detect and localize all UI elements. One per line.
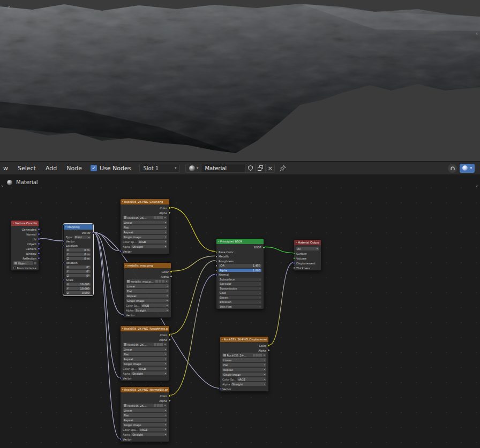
dropdown-linear[interactable]: Linear▾ (123, 347, 167, 351)
row-rock035-2k[interactable]: Rock035_2K-...× (121, 215, 169, 220)
row-rock035-2k[interactable]: Rock035_2K-...× (220, 353, 268, 358)
fake-user-button[interactable] (155, 280, 158, 283)
socket-color[interactable] (168, 333, 171, 336)
sidebar-toggle-icon[interactable]: ‹ (476, 184, 478, 189)
open-image-button[interactable] (259, 354, 262, 356)
unlink-icon[interactable]: × (263, 354, 265, 356)
row-flat[interactable]: Flat▾ (121, 225, 169, 230)
socket-generated[interactable] (38, 228, 40, 231)
viewport-3d[interactable]: z ‹ (0, 0, 480, 161)
row-y[interactable]: Y0° (64, 269, 93, 274)
fake-user-button[interactable] (253, 354, 256, 356)
row-alpha[interactable]: AlphaStraight▾ (121, 432, 169, 437)
unlink-icon[interactable]: × (164, 404, 166, 407)
image-selector[interactable]: Rock035_2K-...× (123, 216, 167, 219)
node-tex_metal[interactable]: ▾metallic_map.pngColorAlphametallic_map.… (123, 262, 171, 318)
new-image-button[interactable] (157, 343, 160, 346)
slot-dropdown[interactable]: Slot 1 ▾ (139, 164, 180, 173)
panel-specular[interactable]: Specular› (219, 282, 261, 286)
menu-select[interactable]: Select (13, 165, 40, 172)
row-single-image[interactable]: Single Image▾ (220, 372, 268, 377)
socket-alpha[interactable] (170, 275, 172, 278)
dropdown-linear[interactable]: Linear▾ (126, 284, 169, 288)
material-browse-button[interactable]: ▾ (185, 164, 201, 173)
object-field[interactable]: Object (13, 261, 33, 265)
dropdown-repeat[interactable]: Repeat▾ (123, 230, 167, 234)
row-color-sp[interactable]: Color Sp...sRGB▾ (220, 377, 268, 382)
node-header[interactable]: ▾Texture Coordinate (11, 221, 39, 226)
socket-rough[interactable] (215, 260, 218, 263)
fake-user-button[interactable] (154, 404, 156, 407)
fake-user-button[interactable] (154, 343, 156, 346)
image-selector[interactable]: Rock035_2K-...× (123, 404, 167, 407)
row-flat[interactable]: Flat▾ (124, 288, 171, 293)
panel-subsurface[interactable]: Subsurface› (219, 278, 261, 282)
row-repeat[interactable]: Repeat▾ (121, 417, 169, 422)
panel-thin-film[interactable]: Thin Film› (219, 305, 261, 309)
dropdown-point[interactable]: Point▾ (74, 236, 91, 239)
unlink-icon[interactable]: × (166, 280, 168, 283)
new-material-button[interactable] (256, 164, 266, 173)
socket-alpha[interactable] (267, 349, 270, 352)
socket-alpha[interactable] (215, 269, 218, 272)
socket-bsdf[interactable] (262, 246, 265, 249)
row-alpha[interactable]: AlphaStraight▾ (220, 382, 268, 386)
row-alpha[interactable]: Alpha1.000 (216, 268, 264, 273)
number-field-x[interactable]: X0 m (66, 248, 91, 252)
dropdown-flat[interactable]: Flat▾ (126, 289, 169, 293)
dropdown-flat[interactable]: Flat▾ (123, 413, 167, 417)
row-coat[interactable]: Coat› (216, 291, 264, 295)
toolbar-toggle-icon[interactable]: › (1, 184, 3, 189)
socket-color[interactable] (168, 394, 171, 397)
socket-vec-out[interactable] (92, 232, 94, 234)
socket-vec[interactable] (219, 388, 222, 390)
socket-color[interactable] (170, 270, 172, 273)
overlays-button[interactable]: ▾ (460, 164, 475, 173)
dropdown-repeat[interactable]: Repeat▾ (123, 418, 167, 422)
dropdown-straight[interactable]: Straight▾ (231, 382, 266, 386)
number-field-z[interactable]: Z0 m (66, 257, 91, 261)
socket-ior[interactable] (215, 264, 218, 267)
collapse-icon[interactable]: ▾ (13, 222, 14, 224)
row-linear[interactable]: Linear▾ (124, 284, 171, 288)
open-image-button[interactable] (160, 404, 163, 407)
socket-camera[interactable] (38, 247, 40, 250)
row-object[interactable]: Object (11, 261, 39, 265)
collapse-icon[interactable]: ▾ (65, 226, 66, 228)
dropdown-all[interactable]: All▾ (296, 247, 319, 250)
row-single-image[interactable]: Single Image▾ (121, 234, 169, 239)
socket-alpha[interactable] (168, 338, 171, 341)
image-selector[interactable]: Rock035_2K-...× (222, 353, 266, 357)
node-editor-canvas[interactable]: ▾Texture CoordinateGeneratedNormalUVObje… (0, 175, 480, 448)
dropdown-straight[interactable]: Straight▾ (131, 371, 167, 375)
number-field-z[interactable]: Z3.000 (66, 291, 91, 295)
number-field-y[interactable]: Y0 m (66, 253, 91, 256)
row-color-spa[interactable]: Color Spa...sRGB▾ (121, 427, 169, 432)
node-output[interactable]: ▾Material OutputAll▾SurfaceVolumeDisplac… (294, 239, 321, 271)
image-selector[interactable]: metallic_map.p...× (126, 279, 169, 283)
use-nodes-toggle[interactable]: ✓ Use Nodes (91, 165, 131, 172)
dropdown-single-image[interactable]: Single Image▾ (123, 362, 167, 366)
dropdown-srgb[interactable]: sRGB▾ (141, 303, 169, 307)
socket-vec[interactable] (123, 314, 125, 316)
socket-object[interactable] (38, 242, 40, 245)
dropdown-straight[interactable]: Straight▾ (134, 308, 169, 312)
row-sheen[interactable]: Sheen› (216, 295, 264, 300)
node-header[interactable]: ▾Principled BSDF (216, 239, 264, 244)
dropdown-single-image[interactable]: Single Image▾ (222, 373, 266, 376)
row-x[interactable]: X0 m (64, 248, 93, 252)
row-y[interactable]: Y10.000 (64, 286, 93, 291)
row-flat[interactable]: Flat▾ (121, 352, 169, 356)
row-flat[interactable]: Flat▾ (121, 413, 169, 417)
new-image-button[interactable] (256, 354, 259, 356)
menu-add[interactable]: Add (41, 165, 61, 172)
menu-view[interactable]: w (2, 165, 12, 172)
collapse-icon[interactable]: ▾ (222, 338, 223, 340)
row-z[interactable]: Z3.000 (64, 291, 93, 295)
row-single-image[interactable]: Single Image▾ (121, 422, 169, 427)
row-z[interactable]: Z0° (64, 274, 93, 278)
socket-volume[interactable] (293, 257, 296, 260)
node-header[interactable]: ▾Mapping (64, 224, 93, 230)
panel-emission[interactable]: Emission› (219, 300, 261, 304)
image-selector[interactable]: Rock035_2K-...× (123, 343, 167, 346)
